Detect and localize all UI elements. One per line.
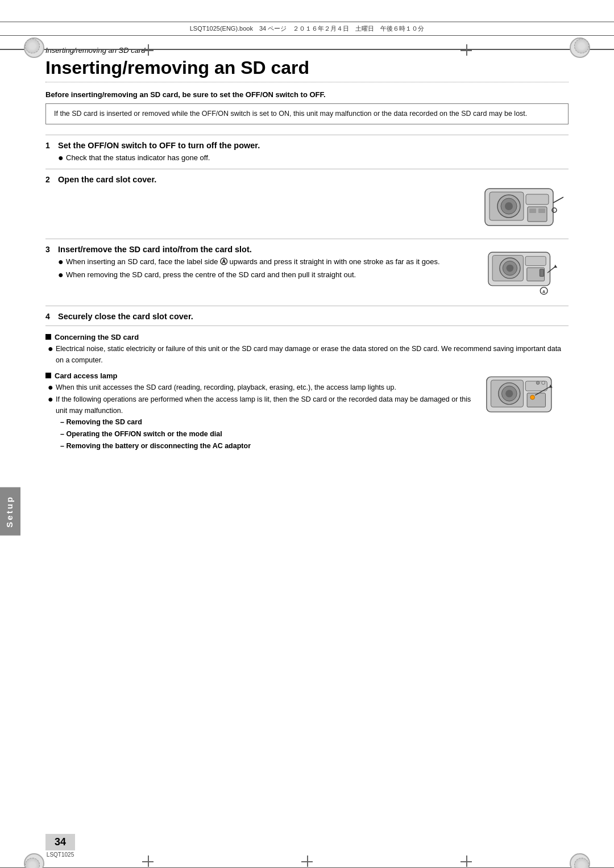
section-category: Inserting/removing an SD card [45, 46, 569, 55]
camera-step3-icon: A [480, 247, 566, 301]
step-3-text: 3 Insert/remove the SD card into/from th… [45, 245, 470, 281]
svg-point-4 [505, 202, 513, 210]
step-3-bullet-1: ● When inserting an SD card, face the la… [58, 256, 470, 268]
step-4: 4 Securely close the card slot cover. [45, 306, 569, 326]
page-number-area: 34 LSQT1025 [45, 834, 75, 858]
info-box: If the SD card is inserted or removed wh… [45, 103, 569, 124]
info-box-text: If the SD card is inserted or removed wh… [54, 110, 527, 118]
step-3-header: 3 Insert/remove the SD card into/from th… [45, 245, 470, 254]
step-3-bullet-2: ● When removing the SD card, press the c… [58, 269, 470, 281]
sub-bullet-2: – Operating the OFF/ON switch or the mod… [60, 428, 472, 440]
note-2-bullet-1: ● When this unit accesses the SD card (r… [48, 382, 472, 393]
note-2-heading-text: Card access lamp [55, 372, 118, 380]
step-3-number: 3 [45, 245, 53, 254]
crosshair-bottom-r [460, 856, 472, 867]
note-1-body: ● Electrical noise, static electricity o… [45, 343, 569, 366]
svg-rect-16 [525, 256, 546, 265]
starburst-tr [574, 39, 589, 53]
step-2: 2 Open the card slot cover. [45, 169, 569, 239]
crosshair-top-r [460, 44, 472, 56]
svg-text:A: A [542, 289, 546, 294]
step-3-image-area: A [478, 245, 569, 301]
svg-marker-19 [554, 265, 557, 268]
svg-rect-28 [527, 393, 545, 407]
svg-text:↑: ↑ [553, 209, 555, 212]
step-2-text: 2 Open the card slot cover. [45, 175, 470, 184]
step-2-image-area: ↑ [478, 175, 569, 234]
note-1-heading-text: Concerning the SD card [55, 333, 139, 341]
sub-bullet-3: – Removing the battery or disconnecting … [60, 440, 472, 452]
step-3-title: Insert/remove the SD card into/from the … [58, 245, 470, 254]
camera-note2-icon [480, 370, 566, 424]
svg-rect-8 [538, 208, 545, 213]
svg-rect-7 [529, 208, 536, 213]
crosshair-bottom-c [301, 856, 313, 867]
svg-rect-18 [540, 269, 544, 277]
svg-point-15 [507, 265, 514, 272]
step-1-body: ● Check that the status indicator has go… [45, 152, 569, 164]
setup-tab: Setup [0, 487, 20, 536]
step-3-body: ● When inserting an SD card, face the la… [45, 256, 470, 281]
step-4-header: 4 Securely close the card slot cover. [45, 312, 569, 321]
step-4-title: Securely close the card slot cover. [58, 312, 569, 321]
note-2-body: ● When this unit accesses the SD card (r… [45, 382, 472, 453]
note-2-text: Card access lamp ● When this unit access… [45, 366, 472, 453]
note-2-sub-bullets: – Removing the SD card – Operating the O… [48, 416, 472, 453]
step-3: 3 Insert/remove the SD card into/from th… [45, 239, 569, 306]
step-2-number: 2 [45, 175, 53, 184]
step-3-layout: 3 Insert/remove the SD card into/from th… [45, 245, 569, 301]
note-2-icon [45, 373, 51, 378]
top-border [0, 49, 614, 50]
svg-point-29 [530, 395, 535, 400]
note-1-heading: Concerning the SD card [45, 333, 569, 341]
starburst-tl [25, 39, 40, 53]
camera-step2-icon: ↑ [479, 177, 567, 234]
sub-bullet-1: – Removing the SD card [60, 416, 472, 428]
page-code: LSQT1025 [47, 852, 74, 858]
svg-point-31 [536, 381, 540, 385]
svg-point-26 [505, 390, 513, 397]
svg-point-32 [542, 381, 545, 385]
crosshair-bottom-l [142, 856, 154, 867]
note-2-layout: Card access lamp ● When this unit access… [45, 366, 569, 453]
note-2-image-area [480, 366, 569, 426]
book-info: LSQT1025(ENG).book 34 ページ ２０１６年２月４日 土曜日 … [190, 24, 425, 33]
step-1-bullet-1: ● Check that the status indicator has go… [58, 152, 569, 164]
page-title: Inserting/removing an SD card [45, 57, 569, 82]
header-bar: LSQT1025(ENG).book 34 ページ ２０１６年２月４日 土曜日 … [0, 22, 614, 36]
step-2-title: Open the card slot cover. [58, 175, 470, 184]
note-2-bullet-2: ● If the following operations are perfor… [48, 394, 472, 416]
bold-warning: Before inserting/removing an SD card, be… [45, 90, 569, 99]
step-4-number: 4 [45, 312, 53, 321]
note-1-bullet-1: ● Electrical noise, static electricity o… [48, 343, 569, 366]
step-2-header: 2 Open the card slot cover. [45, 175, 470, 184]
step-2-layout: 2 Open the card slot cover. [45, 175, 569, 234]
step-1-header: 1 Set the OFF/ON switch to OFF to turn o… [45, 141, 569, 150]
page-number: 34 [45, 834, 75, 850]
page: LSQT1025(ENG).book 34 ページ ２０１６年２月４日 土曜日 … [0, 22, 614, 868]
step-1-number: 1 [45, 141, 53, 150]
notes-section: Concerning the SD card ● Electrical nois… [45, 333, 569, 453]
main-content: Inserting/removing an SD card Inserting/… [0, 46, 614, 487]
note-2-heading: Card access lamp [45, 372, 472, 380]
svg-rect-5 [526, 194, 549, 205]
crosshair-top-l [142, 44, 154, 56]
step-1: 1 Set the OFF/ON switch to OFF to turn o… [45, 135, 569, 169]
step-1-title: Set the OFF/ON switch to OFF to turn off… [58, 141, 569, 150]
note-1-icon [45, 334, 51, 340]
